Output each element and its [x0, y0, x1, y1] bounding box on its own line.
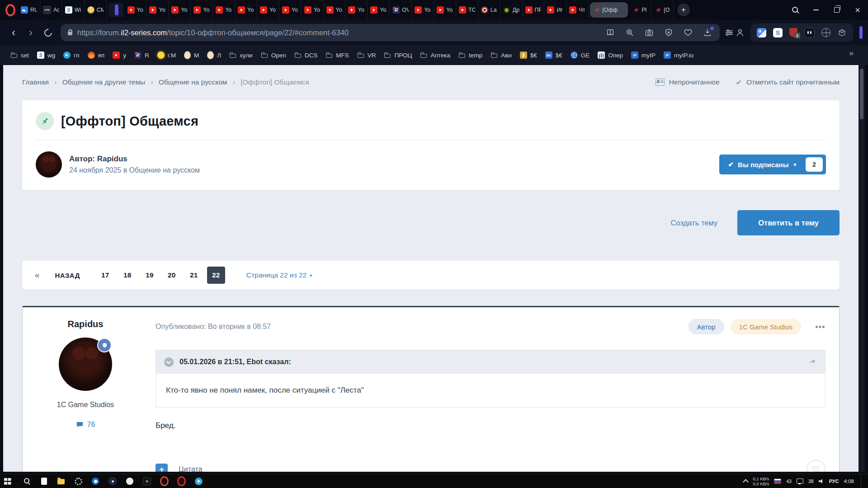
bookmark-item[interactable]: Open — [257, 48, 290, 62]
browser-tab[interactable]: Yo — [213, 0, 235, 20]
translate-extension-icon[interactable] — [757, 28, 766, 38]
taskbar-app-button[interactable] — [104, 474, 121, 488]
subscribe-button[interactable]: ✔ Вы подписаны ▾ 2 — [719, 155, 826, 174]
collapse-chevron-icon[interactable] — [164, 357, 174, 367]
adblock-shield-extension-icon[interactable]: 2 — [789, 28, 797, 37]
bookmark-item[interactable]: DCS — [290, 48, 322, 62]
bookmark-item[interactable]: MFS — [321, 48, 353, 62]
page-number[interactable]: 19 — [141, 267, 159, 284]
browser-tab[interactable]: Yo — [434, 0, 456, 20]
robot-extension-icon[interactable] — [804, 28, 815, 38]
bookmark-item[interactable]: GE — [566, 48, 594, 62]
bookmark-item[interactable]: Ави — [486, 48, 516, 62]
bookmark-item[interactable]: wg — [33, 48, 59, 62]
like-heart-button[interactable]: ♡ — [807, 460, 826, 472]
browser-tab[interactable]: Yo — [302, 0, 324, 20]
new-tab-button[interactable]: + — [677, 4, 690, 16]
page-number[interactable]: 22 — [207, 267, 225, 284]
bookmark-heart-icon[interactable] — [683, 28, 693, 38]
browser-tab[interactable]: TC — [456, 0, 478, 20]
taskbar-app-button[interactable] — [121, 474, 138, 488]
post-options-dots-icon[interactable] — [816, 324, 826, 329]
hidden-icons-chevron-icon[interactable] — [743, 479, 749, 485]
topic-date-forum-link[interactable]: 24 ноября 2025 в Общение на русском — [69, 166, 200, 174]
post-timestamp[interactable]: Опубликовано: Во вторник в 08:57 — [156, 323, 271, 331]
back-button[interactable]: ‹ — [5, 24, 22, 41]
browser-tab[interactable]: Др — [500, 0, 523, 20]
browser-tab[interactable]: Wi — [62, 0, 85, 20]
page-number[interactable]: 21 — [185, 267, 203, 284]
taskbar-app-button[interactable] — [70, 474, 87, 488]
topic-author-avatar[interactable] — [36, 151, 62, 178]
zoom-page-icon[interactable] — [625, 28, 635, 38]
sidebar-toggle-pill[interactable] — [859, 26, 863, 39]
bookmark-item[interactable]: myIP.io — [660, 48, 698, 62]
download-icon[interactable] — [703, 28, 712, 38]
browser-tab[interactable]: [Офф — [590, 2, 628, 18]
bookmark-item[interactable]: $€ — [516, 48, 541, 62]
tab-search-button[interactable] — [785, 0, 806, 20]
taskbar-app-button[interactable] — [156, 474, 173, 488]
multiquote-plus-button[interactable]: + — [156, 464, 168, 472]
quote-header[interactable]: 05.01.2026 в 21:51, Ebot сказал: — [156, 350, 825, 374]
quote-button[interactable]: Цитата — [179, 465, 203, 472]
previous-page-button[interactable]: НАЗАД — [55, 272, 80, 279]
page-scrollbar[interactable] — [859, 65, 865, 472]
keyboard-language[interactable]: РУС — [829, 479, 839, 484]
taskbar-app-button[interactable] — [87, 474, 104, 488]
browser-tab[interactable]: [О — [651, 0, 674, 20]
post-author-avatar[interactable] — [59, 338, 112, 391]
breadcrumb-item[interactable]: Общение на другие темы — [62, 78, 146, 86]
taskbar-app-button[interactable] — [1, 474, 18, 488]
browser-tab[interactable]: Yo — [235, 0, 257, 20]
bookmark-item[interactable]: яп — [84, 48, 109, 62]
browser-tab[interactable]: Yo — [125, 0, 147, 20]
taskbar-app-button[interactable] — [138, 474, 156, 488]
page-info-dropdown[interactable]: Страница 22 из 22▾ — [246, 271, 312, 279]
bookmark-item[interactable]: гп — [59, 48, 83, 62]
cube-extension-icon[interactable] — [837, 28, 847, 38]
page-number[interactable]: 18 — [118, 267, 137, 284]
bookmarks-overflow-chevron[interactable]: » — [846, 49, 857, 58]
browser-tab[interactable]: Pl — [629, 0, 651, 20]
browser-tab[interactable]: OV — [390, 0, 412, 20]
browser-tab[interactable]: Yo — [257, 0, 279, 20]
profile-icon[interactable] — [735, 28, 745, 38]
monitor-tray-icon[interactable] — [797, 479, 803, 483]
show-desktop-button[interactable] — [861, 474, 863, 488]
taskbar-app-button[interactable] — [190, 474, 207, 488]
scrollbar-thumb[interactable] — [860, 69, 863, 119]
browser-tab[interactable]: Yo — [412, 0, 434, 20]
bookmark-item[interactable]: ПРОЦ — [380, 48, 416, 62]
breadcrumb-item[interactable]: Общение на русском — [159, 78, 227, 86]
taskbar-clock[interactable]: 4:08 — [844, 479, 854, 484]
easy-setup-sliders-icon[interactable] — [724, 28, 734, 38]
reader-mode-icon[interactable] — [605, 28, 615, 38]
bookmark-item[interactable]: myIP — [627, 48, 660, 62]
forward-button[interactable]: › — [23, 24, 39, 41]
breadcrumb-item[interactable]: [Оффтоп] Общаемся — [241, 78, 309, 86]
taskbar-app-button[interactable] — [18, 474, 35, 488]
restore-button[interactable] — [826, 0, 847, 20]
globe-extension-icon[interactable] — [821, 28, 830, 37]
breadcrumb-item[interactable]: › — [151, 78, 153, 87]
s-extension-icon[interactable] — [773, 28, 783, 38]
minimize-button[interactable] — [806, 0, 826, 20]
lock-icon[interactable] — [68, 32, 72, 35]
page-number[interactable]: 20 — [163, 267, 181, 284]
snapshot-camera-icon[interactable] — [644, 28, 654, 38]
volume-icon[interactable] — [819, 479, 824, 484]
reply-to-topic-button[interactable]: Ответить в тему — [737, 210, 840, 235]
browser-tab[interactable] — [108, 3, 123, 17]
browser-tab[interactable]: Yo — [146, 0, 169, 20]
browser-tab[interactable]: CM — [85, 0, 107, 20]
bookmark-item[interactable]: M — [180, 48, 203, 62]
browser-tab[interactable]: Ac — [40, 0, 62, 20]
shield-blocker-icon[interactable] — [664, 28, 674, 38]
browser-tab[interactable]: ПР — [523, 0, 545, 20]
bookmark-item[interactable]: temp — [454, 48, 486, 62]
bookmark-item[interactable]: y — [108, 48, 130, 62]
close-button[interactable]: × — [847, 0, 868, 20]
breadcrumb-item[interactable]: › — [54, 78, 57, 87]
post-author-name[interactable]: Rapidus — [68, 319, 104, 329]
